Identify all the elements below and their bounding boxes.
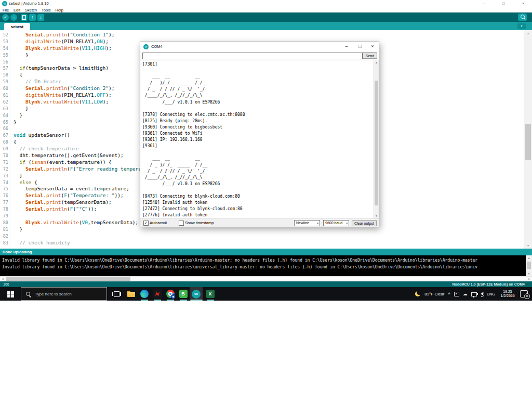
running-indicator	[207, 300, 214, 301]
tab-sebest[interactable]: sebest	[4, 23, 30, 30]
code-text: Blynk.virtualWrite(V11,HIGH);	[10, 45, 112, 52]
autoscroll-checkbox[interactable]: ✓	[143, 221, 149, 226]
monitor-minimize-button[interactable]: –	[342, 42, 351, 51]
toolbar: ✓ → ↑ ↓	[0, 12, 532, 22]
weather-text[interactable]: 81°F Clear	[424, 292, 444, 296]
task-view-button[interactable]	[110, 287, 123, 301]
tab-menu-button[interactable]: ▾	[517, 23, 526, 29]
console-area[interactable]: Invalid library found in C:\Users\koson\…	[0, 255, 532, 276]
monitor-maximize-button[interactable]: □	[355, 42, 365, 51]
taskbar-arduino[interactable]: ∞	[190, 287, 203, 301]
menu-file[interactable]: File	[3, 8, 9, 12]
search-input[interactable]	[34, 291, 103, 297]
tabbar: sebest ▾	[0, 22, 532, 30]
menu-help[interactable]: Help	[55, 8, 63, 12]
serial-monitor-titlebar[interactable]: ∞ COM4 – □ ×	[140, 42, 379, 51]
console-horizontal-scrollbar[interactable]: ◄ ►	[0, 276, 532, 281]
monitor-close-button[interactable]: ×	[368, 42, 377, 51]
taskbar-file-explorer[interactable]	[125, 287, 138, 301]
moon-weather-icon[interactable]	[415, 291, 421, 297]
baud-rate-select[interactable]: 9600 baud ▾	[323, 220, 349, 226]
serial-scrollbar[interactable]: ▲ ▼	[374, 60, 379, 218]
save-button[interactable]: ↓	[37, 14, 44, 21]
upload-button[interactable]: →	[10, 14, 17, 21]
taskbar-excel[interactable]: X	[204, 287, 217, 301]
console-scroll-thumb[interactable]	[527, 262, 531, 269]
open-button[interactable]: ↑	[29, 14, 36, 21]
code-text: digitalWrite(PIN_RELAY1,ON);	[10, 38, 109, 45]
serial-scroll-thumb[interactable]	[375, 81, 378, 205]
onedrive-icon[interactable]: ☁	[463, 291, 468, 296]
menubar: File Edit Sketch Tools Help	[0, 7, 532, 12]
serial-output[interactable]: [7301] ___ __ __ / _ )/ /_ _____ / /__ /…	[140, 60, 374, 218]
serial-scroll-up-icon[interactable]: ▲	[374, 61, 379, 64]
taskbar-game-app[interactable]	[151, 287, 164, 301]
chevron-down-icon: ▾	[317, 221, 318, 226]
line-number: 59	[0, 79, 10, 85]
taskbar-edge[interactable]	[138, 287, 151, 301]
code-line[interactable]: 82	[0, 233, 524, 240]
clock[interactable]: 19:25 1/2/2565	[499, 290, 516, 299]
minimize-button[interactable]: –	[478, 0, 489, 7]
running-indicator	[190, 300, 202, 301]
running-indicator	[141, 300, 148, 301]
task-view-icon	[114, 291, 119, 297]
editor-scrollbar[interactable]: ▲ ▼	[524, 30, 532, 249]
line-ending-select[interactable]: Newline ▾	[294, 220, 320, 226]
notification-center-button[interactable]: 8	[520, 290, 528, 297]
close-button[interactable]: ×	[517, 0, 529, 7]
tray-app-icon[interactable]	[454, 292, 459, 296]
code-text: }	[10, 106, 29, 112]
clear-output-button[interactable]: Clear output	[352, 220, 377, 226]
serial-scroll-down-icon[interactable]: ▼	[374, 214, 379, 217]
taskbar-blynk-app[interactable]: B	[177, 287, 190, 301]
line-number: 66	[0, 125, 10, 132]
code-text: dht.temperature().getEvent(&event);	[10, 152, 124, 159]
verify-button[interactable]: ✓	[2, 14, 9, 21]
editor-scroll-thumb[interactable]	[525, 124, 531, 160]
console-scrollbar[interactable]: ▲ ▼	[526, 255, 532, 276]
code-text: // check humidity	[10, 240, 70, 247]
console-scroll-up-icon[interactable]: ▲	[526, 256, 532, 260]
line-number: 52	[0, 32, 10, 38]
hidden-icons-button[interactable]: ^	[448, 292, 450, 297]
language-indicator[interactable]: ENG	[487, 292, 495, 296]
autoscroll-label: Autoscroll	[150, 219, 167, 227]
new-sketch-button[interactable]	[21, 14, 28, 21]
line-number: 76	[0, 192, 10, 199]
taskbar-chrome[interactable]	[164, 287, 177, 301]
taskbar-search[interactable]	[21, 287, 107, 301]
scroll-down-icon[interactable]: ▼	[524, 244, 532, 247]
running-indicator	[180, 300, 187, 301]
baud-rate-value: 9600 baud	[325, 221, 342, 225]
scroll-right-icon[interactable]: ►	[527, 277, 532, 281]
scroll-up-icon[interactable]: ▲	[524, 32, 532, 35]
menu-sketch[interactable]: Sketch	[25, 8, 37, 12]
code-line[interactable]: 83 // check humidity	[0, 240, 524, 247]
volume-icon[interactable]	[481, 292, 483, 295]
code-text	[10, 233, 14, 240]
menu-edit[interactable]: Edit	[14, 8, 20, 12]
show-timestamp-checkbox[interactable]	[179, 221, 184, 226]
start-button[interactable]	[0, 287, 21, 301]
arduino-icon: ∞	[192, 290, 201, 299]
restore-button[interactable]: □	[498, 0, 509, 7]
send-button[interactable]: Send	[363, 52, 377, 59]
code-text	[10, 59, 14, 66]
ide-titlebar[interactable]: ∞ sebest | Arduino 1.8.10 – □ ×	[0, 0, 532, 7]
serial-input[interactable]	[142, 53, 363, 59]
console-scroll-down-icon[interactable]: ▼	[526, 272, 532, 275]
code-text: digitalWrite(PIN_RELAY1,OFF);	[10, 92, 112, 99]
code-text	[10, 213, 14, 219]
serial-monitor-button[interactable]	[518, 14, 527, 21]
status-message: Done uploading.	[3, 250, 33, 254]
serial-output-text: [7301] ___ __ __ / _ )/ /_ _____ / /__ /…	[140, 60, 374, 218]
horizontal-scroll-thumb[interactable]	[6, 277, 130, 281]
code-line[interactable]: 52 Serial.println("Condition 1");	[0, 32, 524, 38]
line-number: 69	[0, 146, 10, 152]
code-text: {	[10, 139, 17, 146]
line-number: 54	[0, 45, 10, 52]
menu-tools[interactable]: Tools	[42, 8, 51, 12]
scroll-left-icon[interactable]: ◄	[0, 277, 5, 281]
show-timestamp-label: Show timestamp	[185, 219, 214, 227]
